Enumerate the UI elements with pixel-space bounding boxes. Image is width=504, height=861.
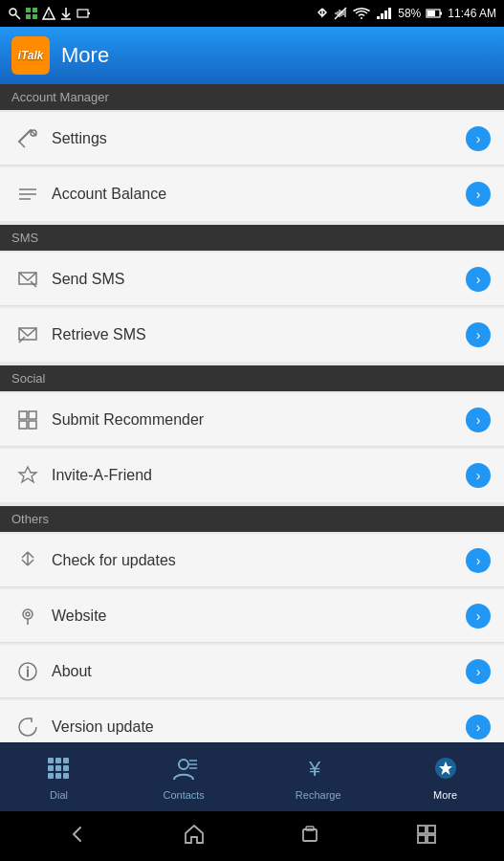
recommend-icon <box>17 409 38 430</box>
location-icon <box>17 606 38 627</box>
submit-recommender-chevron: › <box>466 408 491 432</box>
svg-rect-14 <box>381 13 383 19</box>
svg-rect-54 <box>63 773 69 779</box>
info-icon <box>17 661 38 682</box>
alert-icon: ! <box>42 7 55 20</box>
send-sms-label: Send SMS <box>52 271 466 288</box>
svg-rect-46 <box>48 758 54 763</box>
tab-more-label: More <box>433 789 457 801</box>
svg-point-41 <box>26 612 30 616</box>
tab-dial-label: Dial <box>50 789 68 801</box>
download-icon <box>59 7 73 20</box>
menu-item-send-sms[interactable]: Send SMS › <box>0 253 504 306</box>
app-logo: iTalk <box>11 36 50 75</box>
tab-recharge[interactable]: ¥ Recharge <box>280 747 357 808</box>
menu-item-version-update[interactable]: Version update › <box>0 700 504 742</box>
svg-rect-62 <box>303 829 317 841</box>
page-title: More <box>61 43 109 68</box>
invite-friend-icon <box>13 461 42 490</box>
website-chevron: › <box>466 604 491 629</box>
back-button[interactable] <box>52 816 103 857</box>
status-bar: ! 58% 11:46 AM <box>0 0 504 27</box>
account-balance-icon <box>17 184 38 205</box>
website-icon <box>13 602 42 630</box>
send-sms-chevron: › <box>466 267 491 292</box>
svg-rect-2 <box>26 8 31 12</box>
svg-point-44 <box>27 666 29 668</box>
recents-button[interactable] <box>284 816 336 857</box>
signal-icon <box>376 7 393 20</box>
settings-label: Settings <box>52 130 466 147</box>
expand-button[interactable] <box>401 816 452 857</box>
about-icon <box>13 657 42 686</box>
svg-rect-32 <box>29 421 36 429</box>
svg-rect-29 <box>19 411 27 419</box>
svg-rect-13 <box>377 16 380 19</box>
svg-rect-63 <box>306 827 314 830</box>
svg-line-22 <box>19 130 31 142</box>
retrieve-sms-chevron: › <box>466 322 491 347</box>
svg-point-0 <box>10 9 16 15</box>
svg-rect-64 <box>418 826 426 833</box>
svg-line-38 <box>28 560 33 565</box>
wrench-icon <box>17 128 38 149</box>
svg-line-21 <box>19 142 25 147</box>
menu-item-about[interactable]: About › <box>0 645 504 698</box>
section-header-social: Social <box>0 365 504 391</box>
svg-rect-49 <box>48 765 54 771</box>
menu-item-settings[interactable]: Settings › <box>0 112 504 166</box>
app-header: iTalk More <box>0 27 504 84</box>
svg-rect-11 <box>88 12 90 14</box>
check-updates-label: Check for updates <box>52 552 466 569</box>
submit-recommender-label: Submit Recommender <box>52 411 466 429</box>
balance-icon <box>13 180 42 209</box>
tab-dial[interactable]: Dial <box>30 747 87 808</box>
about-label: About <box>52 663 466 680</box>
friend-icon <box>17 465 38 486</box>
svg-rect-3 <box>33 8 37 12</box>
app-icon-1 <box>25 7 38 20</box>
menu-item-invite-friend[interactable]: Invite-A-Friend › <box>0 449 504 502</box>
check-updates-chevron: › <box>466 548 491 573</box>
recharge-icon: ¥ <box>305 755 332 785</box>
svg-line-12 <box>335 8 346 19</box>
menu-item-check-updates[interactable]: Check for updates › <box>0 534 504 587</box>
website-label: Website <box>52 607 466 625</box>
more-icon <box>432 755 459 785</box>
invite-friend-label: Invite-A-Friend <box>52 467 466 484</box>
svg-point-39 <box>23 609 33 619</box>
bottom-tab-bar: Dial Contacts ¥ Recharge <box>0 742 504 811</box>
svg-rect-15 <box>384 11 387 19</box>
svg-rect-10 <box>77 10 88 17</box>
sms-send-icon <box>17 269 38 290</box>
mute-icon <box>334 7 347 20</box>
section-header-sms: SMS <box>0 225 504 251</box>
svg-marker-33 <box>19 467 36 482</box>
wifi-icon <box>352 7 371 20</box>
svg-rect-5 <box>33 14 37 19</box>
section-sms: SMS Send SMS › Retrieve SMS <box>0 225 504 362</box>
update-check-icon <box>17 550 38 571</box>
android-nav-bar <box>0 811 504 861</box>
svg-line-34 <box>22 552 28 558</box>
about-chevron: › <box>466 659 491 684</box>
retrieve-sms-label: Retrieve SMS <box>52 326 466 343</box>
svg-rect-30 <box>29 411 36 419</box>
section-header-others: Others <box>0 506 504 532</box>
send-sms-icon <box>13 265 42 294</box>
tab-recharge-label: Recharge <box>296 789 341 801</box>
menu-item-submit-recommender[interactable]: Submit Recommender › <box>0 393 504 447</box>
status-icons-right: 58% 11:46 AM <box>316 7 496 20</box>
svg-rect-47 <box>55 758 61 763</box>
svg-line-1 <box>16 15 21 20</box>
menu-item-website[interactable]: Website › <box>0 589 504 643</box>
version-update-chevron: › <box>466 715 491 740</box>
home-button[interactable] <box>168 816 220 857</box>
tab-contacts[interactable]: Contacts <box>147 747 219 808</box>
version-update-icon <box>13 713 42 741</box>
tab-more[interactable]: More <box>417 747 474 808</box>
menu-item-account-balance[interactable]: Account Balance › <box>0 167 504 221</box>
menu-item-retrieve-sms[interactable]: Retrieve SMS › <box>0 308 504 362</box>
submit-recommender-icon <box>13 406 42 434</box>
invite-friend-chevron: › <box>466 463 491 488</box>
